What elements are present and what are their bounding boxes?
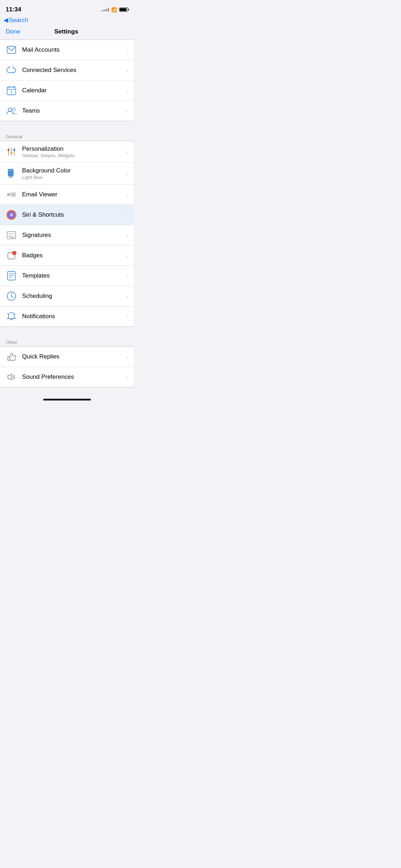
badges-item[interactable]: Badges › <box>0 246 134 266</box>
home-indicator <box>0 396 134 403</box>
cloud-icon <box>6 64 17 76</box>
sound-preferences-content: Sound Preferences <box>22 373 123 381</box>
signal-icon <box>101 8 109 11</box>
chevron-icon: › <box>126 67 128 73</box>
mail-accounts-item[interactable]: Mail Accounts › <box>0 40 134 60</box>
page-title: Settings <box>54 28 78 35</box>
siri-shortcuts-item[interactable]: Siri & Shortcuts › <box>0 205 134 225</box>
svg-point-30 <box>12 251 16 255</box>
scheduling-item[interactable]: Scheduling › <box>0 286 134 306</box>
svg-line-37 <box>11 296 13 298</box>
signatures-content: Signatures <box>22 232 123 239</box>
svg-point-21 <box>8 194 9 195</box>
background-color-item[interactable]: Background Color Light Blue › <box>0 163 134 185</box>
thumbsup-icon <box>6 351 17 362</box>
calendar-icon: 7 <box>6 85 17 96</box>
quick-replies-content: Quick Replies <box>22 353 123 360</box>
back-navigation: ◀ Search <box>0 16 134 26</box>
wifi-icon: 📶 <box>111 7 117 12</box>
background-color-subtitle: Light Blue <box>22 175 123 180</box>
svg-point-8 <box>7 149 10 151</box>
teams-content: Teams <box>22 107 123 114</box>
battery-icon <box>119 7 128 12</box>
chevron-icon: › <box>126 192 128 198</box>
background-color-content: Background Color Light Blue <box>22 167 123 180</box>
home-bar <box>43 399 91 401</box>
svg-rect-17 <box>8 169 14 176</box>
svg-line-40 <box>14 313 16 315</box>
svg-rect-18 <box>9 176 13 178</box>
badges-title: Badges <box>22 252 123 259</box>
personalization-subtitle: Sidebar, Swipes, Widgets <box>22 153 123 158</box>
other-section-label: Other <box>0 337 134 346</box>
scheduling-icon <box>6 290 17 302</box>
calendar-content: Calendar <box>22 87 123 94</box>
connected-services-title: Connected Services <box>22 67 123 74</box>
email-viewer-item[interactable]: Email Viewer › <box>0 185 134 205</box>
siri-shortcuts-title: Siri & Shortcuts <box>22 211 123 218</box>
accounts-group: Mail Accounts › Connected Services › 7 C… <box>0 40 134 121</box>
signature-icon <box>6 229 17 241</box>
connected-services-item[interactable]: Connected Services › <box>0 60 134 81</box>
chevron-icon: › <box>126 212 128 218</box>
back-arrow-icon: ◀ <box>4 16 8 24</box>
quick-replies-title: Quick Replies <box>22 353 123 360</box>
general-group: Personalization Sidebar, Swipes, Widgets… <box>0 141 134 327</box>
status-bar: 11:34 📶 <box>0 0 134 16</box>
signatures-title: Signatures <box>22 232 123 239</box>
templates-icon <box>6 270 17 281</box>
templates-content: Templates <box>22 272 123 279</box>
spacer <box>0 387 134 396</box>
calendar-item[interactable]: 7 Calendar › <box>0 81 134 101</box>
done-button[interactable]: Done <box>6 28 20 35</box>
chevron-icon: › <box>126 47 128 53</box>
svg-line-39 <box>7 313 9 315</box>
templates-item[interactable]: Templates › <box>0 266 134 286</box>
chevron-icon: › <box>126 108 128 114</box>
personalization-title: Personalization <box>22 145 123 153</box>
sliders-icon <box>6 146 17 157</box>
chevron-icon: › <box>126 273 128 279</box>
general-section-label: General <box>0 131 134 141</box>
scheduling-title: Scheduling <box>22 293 123 300</box>
mail-accounts-content: Mail Accounts <box>22 46 123 53</box>
svg-point-7 <box>12 108 15 111</box>
badges-icon <box>6 250 17 261</box>
svg-point-9 <box>10 152 12 154</box>
background-color-title: Background Color <box>22 167 123 174</box>
section-gap-general <box>0 121 134 131</box>
paint-icon <box>6 168 17 179</box>
calendar-title: Calendar <box>22 87 123 94</box>
chevron-icon: › <box>126 232 128 238</box>
templates-title: Templates <box>22 272 123 279</box>
sound-icon <box>6 371 17 383</box>
notifications-content: Notifications <box>22 313 123 320</box>
signatures-item[interactable]: Signatures › <box>0 225 134 246</box>
sound-preferences-item[interactable]: Sound Preferences › <box>0 367 134 387</box>
email-viewer-title: Email Viewer <box>22 191 123 198</box>
teams-icon <box>6 105 17 117</box>
svg-text:7: 7 <box>10 91 12 94</box>
chevron-icon: › <box>126 171 128 177</box>
personalization-content: Personalization Sidebar, Swipes, Widgets <box>22 145 123 158</box>
siri-icon <box>6 209 17 221</box>
other-group: Quick Replies › Sound Preferences › <box>0 346 134 387</box>
back-label[interactable]: Search <box>9 17 28 24</box>
teams-title: Teams <box>22 107 123 114</box>
chevron-icon: › <box>126 314 128 320</box>
chevron-icon: › <box>126 293 128 299</box>
teams-item[interactable]: Teams › <box>0 101 134 121</box>
svg-point-10 <box>13 149 15 151</box>
nav-bar: Done Settings <box>0 26 134 40</box>
viewer-icon <box>6 189 17 200</box>
email-viewer-content: Email Viewer <box>22 191 123 198</box>
svg-rect-31 <box>7 272 15 280</box>
personalization-item[interactable]: Personalization Sidebar, Swipes, Widgets… <box>0 141 134 163</box>
quick-replies-item[interactable]: Quick Replies › <box>0 347 134 367</box>
notifications-icon <box>6 311 17 322</box>
chevron-icon: › <box>126 253 128 259</box>
notifications-item[interactable]: Notifications › <box>0 306 134 326</box>
mail-accounts-title: Mail Accounts <box>22 46 123 53</box>
status-icons: 📶 <box>101 7 128 12</box>
connected-services-content: Connected Services <box>22 67 123 74</box>
